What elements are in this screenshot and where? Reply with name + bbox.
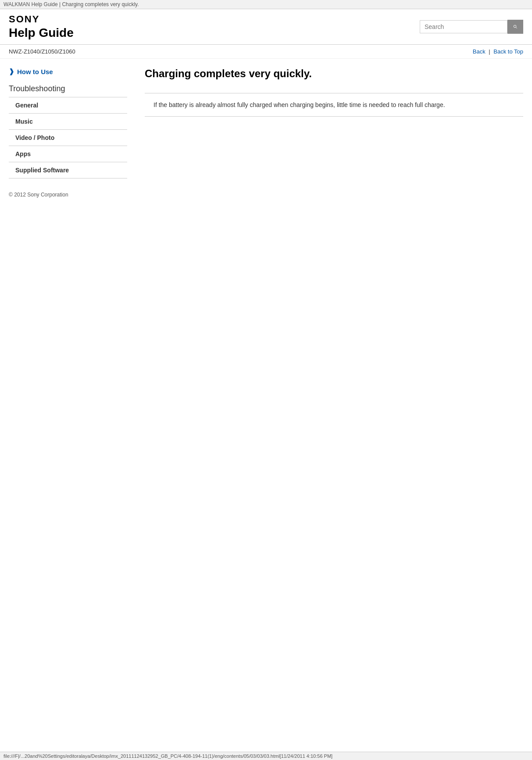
page-title: Charging completes very quickly. [145, 68, 523, 84]
how-to-use-link[interactable]: ❱ How to Use [9, 68, 127, 75]
nav-bar: NWZ-Z1040/Z1050/Z1060 Back | Back to Top [0, 45, 532, 59]
header: SONY Help Guide [0, 9, 532, 45]
sidebar-item-supplied-software[interactable]: Supplied Software [9, 162, 127, 178]
back-link[interactable]: Back [473, 48, 486, 55]
browser-title-bar: WALKMAN Help Guide | Charging completes … [0, 0, 532, 9]
model-number: NWZ-Z1040/Z1050/Z1060 [9, 48, 75, 55]
nav-links: Back | Back to Top [473, 48, 523, 55]
sidebar-item-apps[interactable]: Apps [9, 146, 127, 162]
sidebar-item-music-label: Music [15, 118, 33, 125]
sony-logo: SONY [9, 14, 74, 25]
sidebar-item-supplied-software-label: Supplied Software [15, 167, 69, 174]
sidebar-how-to-use-section: ❱ How to Use [9, 68, 127, 75]
logo-and-title: SONY Help Guide [9, 14, 74, 40]
content-box: If the battery is already almost fully c… [145, 93, 523, 117]
troubleshooting-heading: Troubleshooting [9, 84, 127, 97]
sidebar-item-general-label: General [15, 102, 38, 109]
help-guide-title: Help Guide [9, 26, 74, 40]
main-layout: ❱ How to Use Troubleshooting General Mus… [0, 59, 532, 207]
svg-line-1 [516, 27, 517, 29]
search-icon [513, 23, 518, 30]
sidebar-item-general[interactable]: General [9, 97, 127, 114]
browser-title-text: WALKMAN Help Guide | Charging completes … [4, 1, 139, 7]
search-area [420, 20, 523, 34]
troubleshooting-section: Troubleshooting General Music Video / Ph… [9, 84, 127, 178]
nav-separator: | [489, 48, 490, 55]
back-to-top-link[interactable]: Back to Top [493, 48, 523, 55]
search-input[interactable] [420, 20, 507, 33]
how-to-use-label: How to Use [17, 68, 53, 75]
content-area: Charging completes very quickly. If the … [136, 68, 523, 198]
copyright: © 2012 Sony Corporation [9, 192, 127, 198]
content-body-text: If the battery is already almost fully c… [154, 100, 514, 110]
sidebar-item-music[interactable]: Music [9, 114, 127, 130]
svg-point-0 [514, 25, 516, 28]
sidebar-item-video-photo[interactable]: Video / Photo [9, 130, 127, 146]
sidebar: ❱ How to Use Troubleshooting General Mus… [9, 68, 136, 198]
search-button[interactable] [507, 20, 523, 34]
chevron-right-icon: ❱ [9, 68, 14, 75]
sidebar-item-video-photo-label: Video / Photo [15, 134, 54, 141]
sidebar-item-apps-label: Apps [15, 150, 31, 157]
